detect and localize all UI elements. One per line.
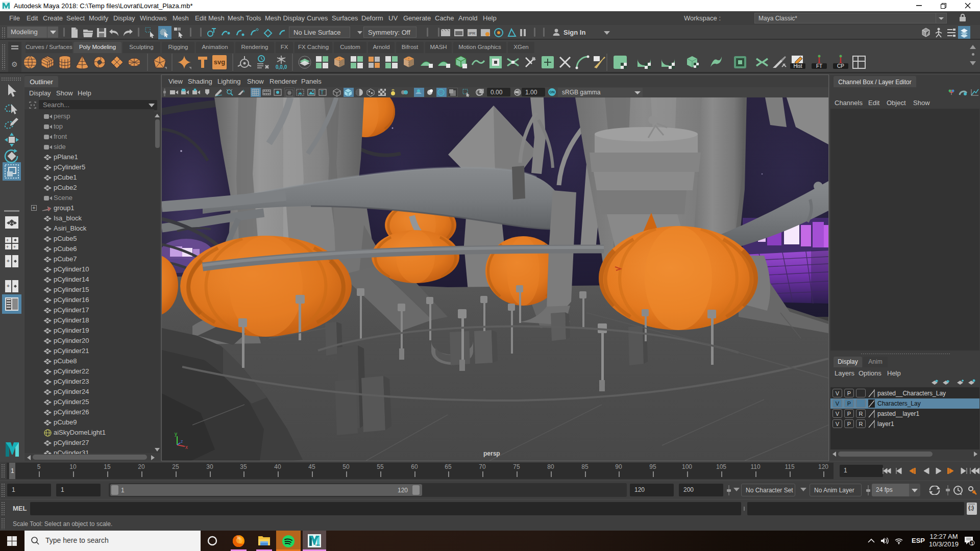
svg-text:+: +	[7, 258, 10, 264]
svg-text:y: y	[175, 431, 177, 437]
svg-text:0,0,0: 0,0,0	[276, 64, 287, 70]
svg-text:T: T	[321, 90, 324, 95]
svg-text:MAYA: MAYA	[315, 544, 320, 546]
svg-text:IPR: IPR	[469, 31, 476, 36]
svg-text:+: +	[7, 283, 10, 289]
svg-text:+: +	[6, 238, 9, 243]
svg-text:+: +	[6, 244, 9, 249]
svg-text:z: z	[181, 439, 183, 444]
svg-text:+: +	[13, 244, 16, 249]
svg-text:1: 1	[971, 541, 973, 546]
svg-text:x: x	[185, 444, 188, 449]
